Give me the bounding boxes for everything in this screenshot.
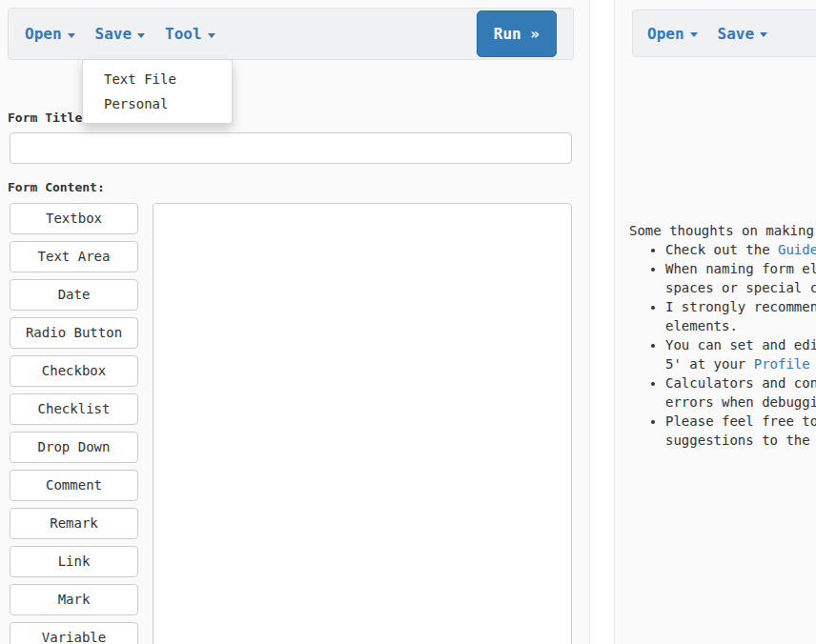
notes-text: Some thoughts on making Check out the Gu…: [629, 221, 816, 450]
caret-down-icon: [208, 33, 215, 38]
element-button-radio-button[interactable]: Radio Button: [10, 317, 138, 349]
list-item: You can set and edi5' at your Profile: [665, 335, 816, 373]
tool-menu-label: Tool: [165, 25, 202, 43]
preview-save-menu-button[interactable]: Save: [718, 25, 768, 43]
save-menu-label: Save: [95, 25, 133, 43]
note-text: When naming form el: [665, 261, 816, 276]
element-button-mark[interactable]: Mark: [10, 584, 138, 615]
list-item: Calculators and conerrors when debuggi: [665, 373, 816, 412]
caret-down-icon: [760, 32, 767, 37]
preview-toolbar: Open Save: [632, 10, 816, 57]
form-title-label: Form Title:: [8, 111, 90, 125]
element-button-text-area[interactable]: Text Area: [10, 241, 138, 272]
note-text: errors when debuggi: [665, 394, 816, 410]
element-button-date[interactable]: Date: [10, 279, 138, 311]
note-text: Please feel free to: [665, 413, 816, 429]
caret-down-icon: [690, 32, 698, 37]
page: Open Save Tool Run » Text File Personal …: [0, 0, 816, 644]
caret-down-icon: [137, 33, 145, 38]
note-text: elements.: [665, 318, 738, 333]
element-button-remark[interactable]: Remark: [10, 508, 138, 539]
preview-save-menu-label: Save: [718, 25, 755, 43]
element-button-link[interactable]: Link: [10, 546, 138, 577]
save-dropdown-menu: Text File Personal: [82, 59, 233, 124]
builder-toolbar: Open Save Tool Run »: [8, 8, 574, 60]
list-item: Please feel free tosuggestions to the: [665, 412, 816, 450]
open-menu-button[interactable]: Open: [25, 25, 75, 43]
note-text: Calculators and con: [665, 375, 816, 391]
element-button-list: Textbox Text Area Date Radio Button Chec…: [10, 203, 138, 644]
note-text: Check out the: [665, 242, 778, 257]
element-button-checkbox[interactable]: Checkbox: [10, 355, 138, 387]
profile-link[interactable]: Profile: [754, 356, 810, 372]
run-button[interactable]: Run »: [477, 10, 557, 57]
open-menu-label: Open: [25, 25, 62, 43]
element-button-variable[interactable]: Variable: [10, 622, 138, 644]
element-button-checklist[interactable]: Checklist: [10, 393, 138, 425]
note-text: suggestions to the: [665, 433, 810, 448]
tool-menu-button[interactable]: Tool: [165, 25, 215, 43]
form-canvas[interactable]: [153, 203, 572, 644]
menu-item-text-file[interactable]: Text File: [83, 67, 232, 91]
form-content-label: Form Content:: [8, 180, 105, 194]
note-text: spaces or special c: [665, 280, 816, 295]
note-text: You can set and edi: [665, 337, 816, 352]
preview-panel: Open Save Some thoughts on making Check …: [614, 0, 816, 644]
note-text: I strongly recommen: [665, 299, 816, 314]
list-item: When naming form elspaces or special c: [665, 259, 816, 297]
guide-link[interactable]: Guide: [778, 242, 816, 257]
form-builder-panel: Open Save Tool Run » Text File Personal …: [0, 0, 590, 644]
caret-down-icon: [68, 33, 75, 38]
list-item: I strongly recommenelements.: [665, 297, 816, 335]
preview-open-menu-button[interactable]: Open: [647, 25, 698, 43]
preview-open-menu-label: Open: [647, 25, 684, 43]
notes-list: Check out the Guide When naming form els…: [629, 240, 816, 450]
element-button-comment[interactable]: Comment: [10, 470, 138, 501]
element-button-textbox[interactable]: Textbox: [10, 203, 138, 234]
note-text: 5' at your: [665, 356, 754, 372]
form-title-input[interactable]: [10, 132, 572, 164]
menu-item-personal[interactable]: Personal: [83, 91, 232, 116]
notes-intro: Some thoughts on making: [629, 221, 816, 240]
save-menu-button[interactable]: Save: [95, 25, 146, 43]
element-button-drop-down[interactable]: Drop Down: [10, 432, 138, 463]
list-item: Check out the Guide: [665, 240, 816, 259]
